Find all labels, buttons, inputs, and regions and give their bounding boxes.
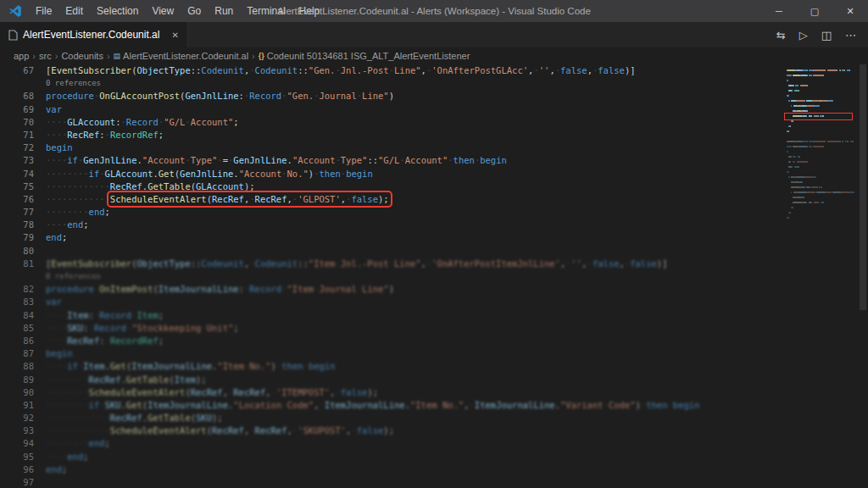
line-number[interactable]: 82 bbox=[0, 283, 34, 296]
code-line-70[interactable]: 70····GLAccount:·Record·"G/L·Account"; bbox=[0, 116, 787, 129]
code-text: ····Item:·Record·Item; bbox=[46, 309, 787, 322]
line-number[interactable]: 92 bbox=[0, 412, 34, 424]
code-line-91[interactable]: 91········if·SKU.Get(ItemJournalLine."Lo… bbox=[0, 399, 787, 412]
code-line-96[interactable]: 96end; bbox=[0, 463, 787, 476]
code-line-89[interactable]: 89········RecRef.GetTable(Item); bbox=[0, 374, 787, 386]
code-editor[interactable]: 67[EventSubscriber(ObjectType::Codeunit,… bbox=[0, 64, 787, 488]
line-number[interactable]: 85 bbox=[0, 322, 34, 335]
line-number[interactable]: 76 bbox=[0, 193, 34, 206]
menu-selection[interactable]: Selection bbox=[90, 0, 145, 22]
split-editor-icon[interactable]: ◫ bbox=[821, 29, 832, 42]
breadcrumb-separator: › bbox=[248, 51, 259, 61]
code-line-95[interactable]: 95····end; bbox=[0, 451, 787, 463]
breadcrumb-symbol[interactable]: Codeunit 50134681 ISG_ALT_AlertEventList… bbox=[267, 51, 470, 61]
line-number[interactable]: 79 bbox=[0, 231, 34, 244]
line-number[interactable]: 89 bbox=[0, 374, 34, 386]
code-line-69[interactable]: 69var bbox=[0, 103, 787, 116]
breadcrumb-separator: › bbox=[52, 51, 62, 61]
code-line-73[interactable]: 73····if·GenJnlLine."Account·Type"·=·Gen… bbox=[0, 154, 787, 167]
line-number[interactable]: 81 bbox=[0, 258, 34, 270]
code-line-81[interactable]: 81[EventSubscriber(ObjectType::Codeunit,… bbox=[0, 258, 787, 270]
line-number[interactable]: 69 bbox=[0, 103, 34, 116]
code-line-92[interactable]: 92············RecRef.GetTable(SKU); bbox=[0, 412, 787, 424]
tab-alerteventlistener[interactable]: AlertEventListener.Codeunit.al ✕ bbox=[0, 22, 188, 47]
line-number[interactable] bbox=[0, 77, 34, 90]
codelens-row[interactable]: 0 references bbox=[0, 77, 787, 90]
line-number[interactable]: 88 bbox=[0, 360, 34, 373]
code-line-80[interactable]: 80 bbox=[0, 245, 787, 258]
line-number[interactable]: 80 bbox=[0, 245, 34, 258]
open-changes-icon[interactable]: ⇆ bbox=[776, 29, 786, 42]
code-line-88[interactable]: 88····if·Item.Get(ItemJournalLine."Item·… bbox=[0, 360, 787, 373]
line-number[interactable]: 83 bbox=[0, 296, 34, 308]
code-line-72[interactable]: 72begin bbox=[0, 141, 787, 154]
breadcrumb-codeunits[interactable]: Codeunits bbox=[61, 51, 103, 61]
menu-edit[interactable]: Edit bbox=[58, 0, 90, 22]
line-number[interactable]: 75 bbox=[0, 180, 34, 193]
code-line-85[interactable]: 85····SKU:·Record·"Stockkeeping·Unit"; bbox=[0, 322, 787, 335]
title-bar: File Edit Selection View Go Run Terminal… bbox=[0, 0, 868, 22]
line-number[interactable]: 94 bbox=[0, 437, 34, 450]
breadcrumb-app[interactable]: app bbox=[14, 51, 29, 61]
line-number[interactable] bbox=[0, 270, 34, 283]
code-text: ············RecRef.GetTable(GLAccount); bbox=[46, 180, 787, 193]
breadcrumb-file[interactable]: AlertEventListener.Codeunit.al bbox=[123, 51, 248, 61]
menu-run[interactable]: Run bbox=[208, 0, 240, 22]
line-number[interactable]: 87 bbox=[0, 347, 34, 360]
minimize-button[interactable]: ─ bbox=[761, 0, 797, 22]
tab-close-icon[interactable]: ✕ bbox=[171, 30, 178, 40]
menu-file[interactable]: File bbox=[29, 0, 58, 22]
line-number[interactable]: 86 bbox=[0, 335, 34, 347]
code-line-77[interactable]: 77········end; bbox=[0, 206, 787, 219]
code-text: ············ScheduleEventAlert(RecRef,·R… bbox=[46, 193, 787, 206]
code-line-93[interactable]: 93············ScheduleEventAlert(RecRef,… bbox=[0, 424, 787, 437]
line-number[interactable]: 77 bbox=[0, 206, 34, 219]
code-line-78[interactable]: 78····end; bbox=[0, 219, 787, 231]
code-line-67[interactable]: 67[EventSubscriber(ObjectType::Codeunit,… bbox=[0, 64, 787, 77]
line-number[interactable]: 96 bbox=[0, 463, 34, 476]
more-actions-icon[interactable]: ⋯ bbox=[845, 29, 856, 42]
line-number[interactable]: 72 bbox=[0, 141, 34, 154]
line-number[interactable]: 91 bbox=[0, 399, 34, 412]
line-number[interactable]: 67 bbox=[0, 64, 34, 77]
code-line-71[interactable]: 71····RecRef:·RecordRef; bbox=[0, 129, 787, 141]
code-line-94[interactable]: 94········end; bbox=[0, 437, 787, 450]
code-text: ········end; bbox=[46, 437, 787, 450]
menu-go[interactable]: Go bbox=[181, 0, 208, 22]
breadcrumb: app › src › Codeunits › ▤ AlertEventList… bbox=[0, 47, 868, 64]
codelens-label: 0 references bbox=[46, 77, 787, 90]
menu-view[interactable]: View bbox=[145, 0, 181, 22]
line-number[interactable]: 95 bbox=[0, 451, 34, 463]
code-line-84[interactable]: 84····Item:·Record·Item; bbox=[0, 309, 787, 322]
code-line-97[interactable]: 97 bbox=[0, 476, 787, 488]
codelens-row[interactable]: 0 references bbox=[0, 270, 787, 283]
line-number[interactable]: 78 bbox=[0, 219, 34, 231]
maximize-button[interactable]: ▢ bbox=[797, 0, 832, 22]
code-line-75[interactable]: 75············RecRef.GetTable(GLAccount)… bbox=[0, 180, 787, 193]
line-number[interactable]: 90 bbox=[0, 386, 34, 399]
code-line-87[interactable]: 87begin bbox=[0, 347, 787, 360]
code-line-83[interactable]: 83var bbox=[0, 296, 787, 308]
line-number[interactable]: 97 bbox=[0, 476, 34, 488]
code-line-68[interactable]: 68procedure·OnGLAccountPost(GenJnlLine:·… bbox=[0, 90, 787, 103]
code-line-79[interactable]: 79end; bbox=[0, 231, 787, 244]
editor-actions: ⇆ ▷ ◫ ⋯ bbox=[776, 22, 868, 47]
code-line-90[interactable]: 90········ScheduleEventAlert(RecRef,·Rec… bbox=[0, 386, 787, 399]
code-line-74[interactable]: 74········if·GLAccount.Get(GenJnlLine."A… bbox=[0, 168, 787, 180]
code-line-76[interactable]: 76············ScheduleEventAlert(RecRef,… bbox=[0, 193, 787, 206]
scrollbar-thumb[interactable] bbox=[860, 64, 866, 310]
code-line-86[interactable]: 86····RecRef:·RecordRef; bbox=[0, 335, 787, 347]
line-number[interactable]: 70 bbox=[0, 116, 34, 129]
breadcrumb-src[interactable]: src bbox=[39, 51, 52, 61]
close-button[interactable]: ✕ bbox=[832, 0, 868, 22]
line-number[interactable]: 84 bbox=[0, 309, 34, 322]
line-number[interactable]: 68 bbox=[0, 90, 34, 103]
run-icon[interactable]: ▷ bbox=[799, 29, 808, 42]
line-number[interactable]: 73 bbox=[0, 154, 34, 167]
line-number[interactable]: 93 bbox=[0, 424, 34, 437]
line-number[interactable]: 71 bbox=[0, 129, 34, 141]
code-line-82[interactable]: 82procedure·OnItemPost(ItemJournalLine:·… bbox=[0, 283, 787, 296]
minimap[interactable] bbox=[787, 68, 858, 488]
line-number[interactable]: 74 bbox=[0, 168, 34, 180]
editor-scrollbar[interactable] bbox=[858, 64, 868, 488]
